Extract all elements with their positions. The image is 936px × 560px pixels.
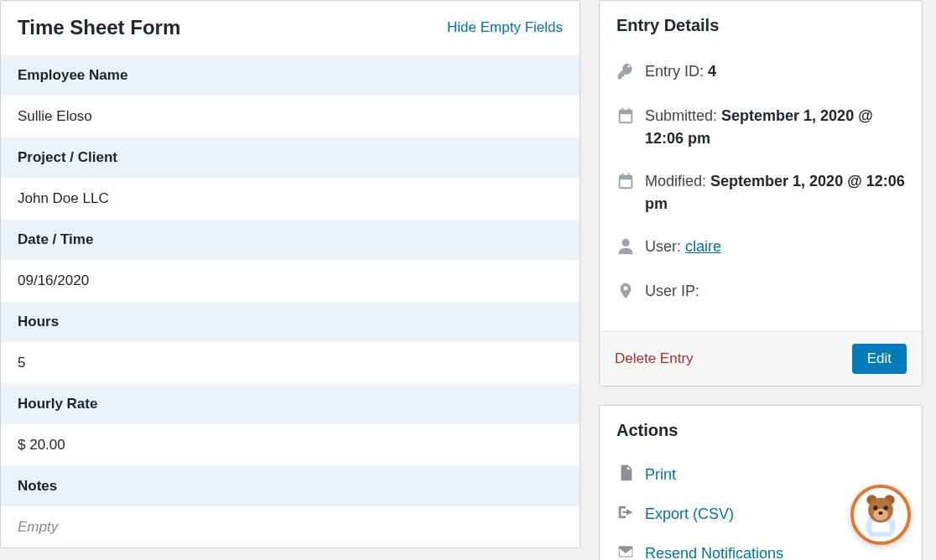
field-label-date: Date / Time xyxy=(1,219,580,260)
mail-icon xyxy=(616,542,635,560)
field-label-hours: Hours xyxy=(1,301,580,342)
bear-mascot-icon xyxy=(857,490,904,540)
svg-point-7 xyxy=(884,506,888,510)
meta-submitted: Submitted: September 1, 2020 @ 12:06 pm xyxy=(616,95,905,160)
field-label-notes: Notes xyxy=(1,465,580,506)
field-value-rate: $ 20.00 xyxy=(1,424,580,465)
action-resend-label: Resend Notifications xyxy=(645,545,783,560)
submitted-label: Submitted: xyxy=(645,107,721,124)
actions-title: Actions xyxy=(600,406,922,447)
meta-modified: Modified: September 1, 2020 @ 12:06 pm xyxy=(616,160,905,226)
edit-button[interactable]: Edit xyxy=(852,344,907,374)
modified-label: Modified: xyxy=(645,173,710,189)
user-icon xyxy=(616,237,635,260)
svg-rect-1 xyxy=(872,522,890,532)
entry-details-panel: Entry Details Entry ID: 4 Submitted: xyxy=(599,0,923,386)
meta-entry-id: Entry ID: 4 xyxy=(616,50,905,95)
action-print[interactable]: Print xyxy=(616,455,905,495)
svg-point-8 xyxy=(878,511,882,515)
entry-id-value: 4 xyxy=(708,63,716,80)
user-label: User: xyxy=(645,238,685,255)
timesheet-panel: Time Sheet Form Hide Empty Fields Employ… xyxy=(0,0,580,548)
meta-user-ip: User IP: xyxy=(616,270,905,314)
field-value-hours: 5 xyxy=(1,342,580,383)
field-label-employee: Employee Name xyxy=(1,54,580,96)
field-value-project: John Doe LLC xyxy=(1,178,580,219)
document-icon xyxy=(616,464,635,486)
user-ip-label: User IP: xyxy=(645,283,699,299)
location-icon xyxy=(616,282,635,304)
entry-id-label: Entry ID: xyxy=(645,63,708,80)
export-icon xyxy=(616,503,635,526)
calendar-icon xyxy=(616,106,635,129)
field-label-rate: Hourly Rate xyxy=(1,383,580,424)
form-title: Time Sheet Form xyxy=(18,16,180,39)
delete-entry-link[interactable]: Delete Entry xyxy=(615,350,694,367)
field-value-employee: Sullie Eloso xyxy=(1,96,580,137)
action-print-label: Print xyxy=(645,466,676,484)
action-export-label: Export (CSV) xyxy=(645,506,734,523)
field-value-date: 09/16/2020 xyxy=(1,260,580,301)
field-value-notes: Empty xyxy=(1,506,580,547)
user-link[interactable]: claire xyxy=(685,238,721,255)
meta-user: User: claire xyxy=(616,226,905,270)
calendar-icon xyxy=(616,172,635,194)
svg-point-6 xyxy=(873,506,877,510)
field-label-project: Project / Client xyxy=(1,137,580,178)
entry-details-title: Entry Details xyxy=(600,1,922,42)
key-icon xyxy=(616,62,635,85)
help-mascot-button[interactable] xyxy=(850,485,911,545)
hide-empty-fields-link[interactable]: Hide Empty Fields xyxy=(447,19,563,36)
